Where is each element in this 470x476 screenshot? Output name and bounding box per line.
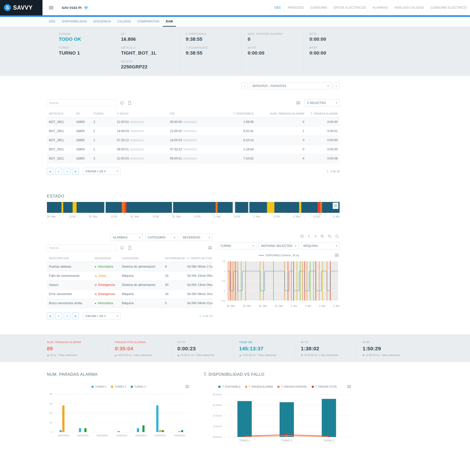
maquina-filter-select[interactable]: MÁQUINA — [301, 242, 340, 249]
reset-view-button[interactable] — [300, 234, 305, 239]
columns-select[interactable]: 3 SELECTED — [305, 99, 340, 106]
turno-filter-select[interactable]: TURNO — [218, 242, 256, 249]
first-page-button[interactable] — [47, 168, 54, 175]
date-range-select[interactable]: 28/03/2023 - 03/04/2023 — [250, 82, 331, 89]
col-turno[interactable]: TURNO — [91, 110, 115, 118]
bottom-charts-section: NUM. PARADAS ALARMA TURNO 1 TURNO 2 TURN… — [47, 372, 340, 444]
rows-range-label: 1 - 5 de 28 — [327, 170, 340, 173]
page-select[interactable]: PÁGINA 1 DE 6 — [83, 168, 121, 175]
zoom-out-button[interactable] — [327, 234, 332, 239]
tab-comparativa[interactable]: COMPARATIVA — [134, 17, 162, 27]
tab-ram[interactable]: RAM — [163, 17, 176, 27]
kpi-label: T. PLANIFICADO — [186, 46, 236, 49]
menu-icon — [335, 254, 339, 257]
table-row[interactable]: BOT_29CL168052 14:00:0303/04/2023 22:00:… — [47, 127, 340, 136]
table-row[interactable]: Puertas abiertas ●Informativa Sistema de… — [47, 262, 212, 271]
nav-item-alarmas[interactable]: ALARMAS — [369, 0, 391, 15]
alarms-refresh-button[interactable] — [120, 245, 124, 250]
alarms-page-select[interactable]: PÁGINA 1 DE 2 — [83, 312, 121, 319]
first-page-button[interactable] — [47, 313, 54, 319]
zoom-in-button[interactable] — [320, 234, 325, 239]
dot-swatch — [312, 386, 314, 388]
nav-item-datos-electricos[interactable]: DATOS ELÉCTRICOS — [330, 0, 369, 15]
nothing-selected-select[interactable]: NOTHING SELECTED — [259, 242, 299, 249]
pan-right-button[interactable] — [313, 234, 317, 238]
col-ocurrencias[interactable]: OCURRENCIAS — [163, 255, 185, 262]
timeline-segment — [233, 202, 235, 213]
nav-item-oee[interactable]: OEE — [271, 0, 285, 15]
last-page-button[interactable] — [72, 313, 79, 319]
categoria-filter-select[interactable]: CATEGORÍA — [145, 234, 178, 241]
chart-menu-button[interactable] — [185, 385, 190, 388]
table-menu-button[interactable] — [296, 101, 301, 105]
device-label: SAV 0102 PI — [62, 6, 88, 10]
nav-item-consumo[interactable]: CONSUMO — [307, 0, 330, 15]
alarms-search-input[interactable] — [47, 244, 117, 251]
nav-item-consumo-electrico[interactable]: CONSUMO ELÉCTRICO — [427, 0, 470, 15]
export-button[interactable] — [127, 100, 132, 105]
legend-item-t-parada-alarma[interactable]: T. PARADA ALARMA — [245, 385, 273, 388]
zoom-area-button[interactable] — [335, 234, 340, 239]
of-value: 16.806 — [121, 37, 174, 42]
prev-page-button[interactable] — [55, 168, 62, 175]
tab-oee[interactable]: OEE — [46, 17, 59, 27]
svg-text:1: 1 — [224, 270, 225, 272]
legend-item-turno1[interactable]: TURNO 1 — [91, 385, 106, 388]
date-prev-button[interactable] — [241, 82, 248, 89]
col-t-parada[interactable]: T. PARADA ALARMA — [306, 110, 340, 118]
last-page-button[interactable] — [72, 168, 79, 175]
table-row[interactable]: BOT_29CL168053 22:00:0203/04/2023 00:00:… — [47, 118, 340, 127]
estado-timeline-labels: 28. Mar12:0029. Mar12:0030. Mar12:0031. … — [47, 215, 340, 218]
shifts-search-input[interactable] — [47, 99, 117, 106]
pan-left-button[interactable] — [307, 234, 311, 238]
col-t-disponible[interactable]: T. DISPONIBLE — [221, 110, 256, 118]
brand-logo[interactable]: S SAVVY — [0, 0, 42, 15]
table-row[interactable]: BOT_33CL168043 22:00:0302/04/2023 06:00:… — [47, 154, 340, 163]
legend-item-t-disponible[interactable]: T. DISPONIBLE — [218, 385, 240, 388]
date-next-button[interactable] — [333, 82, 340, 89]
legend-item-turno2[interactable]: TURNO 2 — [111, 385, 126, 388]
table-row[interactable]: Atasco ⊘Emergencia Sistema de alimentaci… — [47, 280, 212, 290]
col-categoria[interactable]: CATEGORÍA — [120, 255, 163, 262]
menu-toggle-button[interactable] — [48, 5, 54, 10]
table-row[interactable]: Brazo servomotor arriba ●Informativa Máq… — [47, 299, 212, 308]
prev-page-button[interactable] — [55, 313, 62, 319]
chart-menu-button[interactable] — [347, 385, 351, 388]
nav-item-proceso[interactable]: PROCESO — [285, 0, 307, 15]
alarmas-filter-select[interactable]: ALARMAS — [110, 234, 143, 241]
legend-item-disponible[interactable]: DISPONIBLE [mínimo, 30 m] — [259, 254, 299, 257]
legend-item-t-parada-total[interactable]: T. PARADA TOTAL — [312, 385, 337, 388]
col-descripcion[interactable]: DESCRIPCIÓN — [47, 255, 93, 262]
timeline-menu-button[interactable] — [333, 203, 338, 209]
refresh-button[interactable] — [120, 100, 124, 105]
alarms-export-button[interactable] — [127, 245, 132, 250]
tab-disponibilidad[interactable]: DISPONIBILIDAD — [59, 17, 90, 27]
chart-menu-button[interactable] — [334, 253, 339, 257]
magnifier-icon — [335, 234, 339, 238]
line-swatch — [259, 255, 264, 256]
table-row[interactable]: Fallo de comunicación ▲Aviso Máquina 15 … — [47, 271, 212, 280]
severidad-filter-select[interactable]: SEVERIDAD — [180, 234, 212, 241]
tab-calidad[interactable]: CALIDAD — [115, 17, 134, 27]
table-row[interactable]: Error servomotor ⊘Emergencia Máquina 24 … — [47, 290, 212, 299]
table-row[interactable]: BOT_29CL168051 07:33:2203/04/2023 14:00:… — [47, 136, 340, 145]
table-row[interactable]: BOT_33CL168041 06:00:0103/04/2023 07:33:… — [47, 145, 340, 154]
tab-eficiencia[interactable]: EFICIENCIA — [90, 17, 114, 27]
menu-icon — [347, 385, 351, 388]
col-tiempo-activa[interactable]: TIEMPO ACTIVA — [185, 255, 212, 262]
col-num-paradas[interactable]: NUM. PARADAS ALARMA — [256, 110, 306, 118]
timeline-axis-label: 3. Abr — [293, 215, 300, 218]
nav-item-analisis-calidad[interactable]: ANÁLISIS CALIDAD — [391, 0, 427, 15]
col-articulo[interactable]: ARTÍCULO — [47, 110, 74, 118]
alarms-menu-button[interactable] — [208, 246, 212, 250]
next-page-button[interactable] — [64, 168, 70, 175]
legend-item-t-parada-general[interactable]: T. PARADA GENERAL — [277, 385, 307, 388]
col-of[interactable]: OF — [74, 110, 91, 118]
legend-item-turno3[interactable]: TURNO 3 — [131, 385, 146, 388]
next-page-button[interactable] — [64, 313, 70, 319]
col-inicio[interactable]: INICIO — [115, 110, 168, 118]
timeline-axis-label: 31. Mar — [172, 215, 181, 218]
col-severidad[interactable]: SEVERIDAD — [93, 255, 120, 262]
col-fin[interactable]: FIN — [168, 110, 221, 118]
svg-text:40: 40 — [50, 393, 52, 395]
